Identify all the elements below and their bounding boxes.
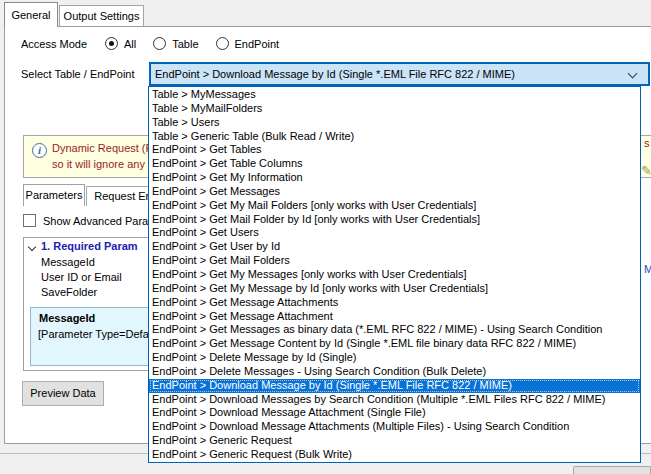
tab-output-settings[interactable]: Output Settings — [59, 5, 144, 26]
tab-general[interactable]: General — [4, 2, 58, 27]
parameter-description-detail: [Parameter Type=Defau — [38, 328, 155, 340]
chevron-down-icon[interactable] — [628, 69, 638, 79]
parameter-description-title: MessageId — [39, 312, 95, 324]
radio-icon[interactable] — [153, 37, 166, 50]
tree-item[interactable]: User ID or Email — [41, 270, 122, 285]
show-advanced-label: Show Advanced Para — [43, 215, 148, 227]
select-table-combobox[interactable]: EndPoint > Download Message by Id (Singl… — [149, 62, 650, 86]
radio-label: EndPoint — [235, 38, 280, 50]
clipped-button-fragment[interactable] — [573, 466, 651, 474]
info-bar-line2: so it will ignore any b — [52, 158, 154, 170]
radio-label: All — [124, 38, 136, 50]
dropdown-item[interactable]: EndPoint > Get My Information — [149, 171, 640, 185]
dropdown-item[interactable]: EndPoint > Get Message Attachments — [149, 296, 640, 310]
show-advanced-checkbox[interactable] — [23, 214, 36, 227]
clipped-blue-text-fragment: M — [644, 263, 651, 275]
info-bar-line1: Dynamic Request (R — [52, 142, 153, 154]
tree-item[interactable]: MessageId — [41, 255, 122, 270]
select-table-label: Select Table / EndPoint — [21, 68, 135, 80]
dropdown-item[interactable]: Table > MyMessages — [149, 88, 640, 102]
info-bar-clipped-text-fragment: s — [644, 137, 650, 149]
dropdown-item[interactable]: EndPoint > Get Mail Folder by Id [only w… — [149, 213, 640, 227]
dropdown-item[interactable]: Table > Generic Table (Bulk Read / Write… — [149, 130, 640, 144]
param-tree-items: MessageIdUser ID or EmailSaveFolder — [41, 255, 122, 300]
access-mode-label: Access Mode — [21, 38, 87, 50]
radio-icon[interactable] — [216, 37, 229, 50]
dropdown-item[interactable]: EndPoint > Get My Messages [only works w… — [149, 268, 640, 282]
dropdown-item[interactable]: EndPoint > Download Message Attachment (… — [149, 406, 640, 420]
access-mode-radio-endpoint[interactable]: EndPoint — [216, 37, 280, 50]
dropdown-item[interactable]: EndPoint > Delete Messages - Using Searc… — [149, 365, 640, 379]
tree-group-required-parameters[interactable]: 1. Required Param — [41, 240, 138, 252]
dropdown-list: Table > MyMessagesTable > MyMailFoldersT… — [148, 86, 641, 463]
dropdown-item[interactable]: EndPoint > Get Messages — [149, 185, 640, 199]
access-mode-radio-table[interactable]: Table — [153, 37, 198, 50]
dropdown-item[interactable]: EndPoint > Download Message Attachments … — [149, 420, 640, 434]
dropdown-item[interactable]: Table > Users — [149, 116, 640, 130]
dropdown-item[interactable]: EndPoint > Generic Request (Bulk Write) — [149, 448, 640, 462]
dropdown-item-selected[interactable]: EndPoint > Download Message by Id (Singl… — [149, 379, 640, 393]
info-icon: i — [32, 143, 47, 158]
preview-data-button[interactable]: Preview Data — [22, 381, 104, 406]
dropdown-item[interactable]: EndPoint > Get Messages as binary data (… — [149, 323, 640, 337]
tab-parameters[interactable]: Parameters — [23, 184, 85, 206]
pencil-icon: ✎ — [641, 163, 651, 178]
dropdown-item[interactable]: EndPoint > Get My Message by Id [only wo… — [149, 282, 640, 296]
radio-label: Table — [172, 38, 198, 50]
dropdown-item[interactable]: EndPoint > Get My Mail Folders [only wor… — [149, 199, 640, 213]
dropdown-item[interactable]: EndPoint > Get Message Attachment — [149, 310, 640, 324]
access-mode-options: AllTableEndPoint — [105, 35, 279, 52]
dropdown-item[interactable]: EndPoint > Get User by Id — [149, 240, 640, 254]
access-mode-radio-all[interactable]: All — [105, 37, 136, 50]
dropdown-item[interactable]: EndPoint > Delete Message by Id (Single) — [149, 351, 640, 365]
dropdown-item[interactable]: EndPoint > Generic Request — [149, 434, 640, 448]
dropdown-item[interactable]: Table > MyMailFolders — [149, 102, 640, 116]
dropdown-item[interactable]: EndPoint > Get Users — [149, 226, 640, 240]
combobox-value: EndPoint > Download Message by Id (Singl… — [155, 68, 515, 80]
tree-item[interactable]: SaveFolder — [41, 285, 122, 300]
dropdown-item[interactable]: EndPoint > Get Message Content by Id (Si… — [149, 337, 640, 351]
dropdown-item[interactable]: EndPoint > Get Mail Folders — [149, 254, 640, 268]
dropdown-item[interactable]: EndPoint > Get Tables — [149, 143, 640, 157]
dropdown-item[interactable]: EndPoint > Download Messages by Search C… — [149, 393, 640, 407]
dropdown-item[interactable]: EndPoint > Get Table Columns — [149, 157, 640, 171]
radio-icon[interactable] — [105, 37, 118, 50]
